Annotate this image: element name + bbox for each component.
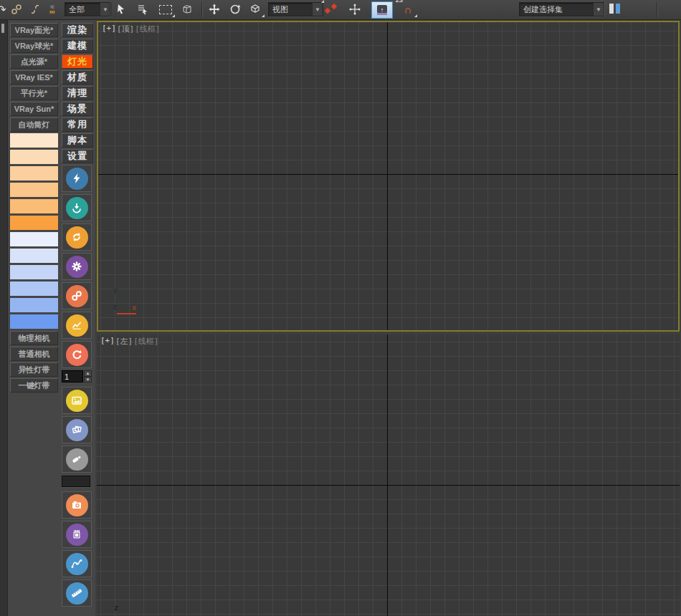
color-swatch-4[interactable]	[10, 199, 58, 213]
named-selection-set-dropdown[interactable]: 创建选择集 ▼	[519, 2, 604, 16]
notebook-button[interactable]	[62, 521, 92, 548]
viewport-view-button[interactable]: [顶]	[117, 24, 134, 34]
vray-area-light-button[interactable]: VRay面光*	[10, 23, 58, 37]
color-swatch-8[interactable]	[10, 265, 58, 279]
sync-button[interactable]	[62, 223, 92, 251]
usb-drive-icon	[66, 448, 88, 471]
color-swatch-2[interactable]	[10, 166, 58, 181]
window-crossing-icon[interactable]	[178, 1, 196, 17]
count-input[interactable]	[62, 370, 83, 382]
download-button[interactable]	[62, 194, 92, 221]
mirror-icon[interactable]	[609, 4, 620, 14]
selection-filter-value: 全部	[69, 4, 85, 15]
spline-button[interactable]	[62, 550, 92, 577]
color-swatch-7[interactable]	[10, 249, 58, 263]
select-object-icon[interactable]	[112, 1, 130, 17]
viewport-shading-button[interactable]: [线框]	[135, 24, 160, 34]
physical-camera-button[interactable]: 物理相机	[10, 331, 58, 345]
world-y-gridline	[387, 22, 388, 330]
viewport-left[interactable]: z [+] [左] [线框]	[97, 335, 680, 616]
color-swatches	[10, 133, 58, 329]
lightning-icon	[66, 168, 88, 190]
download-icon	[66, 197, 88, 219]
flower-icon	[66, 256, 88, 278]
standard-camera-button[interactable]: 普通相机	[10, 347, 58, 361]
ruler-icon	[66, 582, 88, 605]
tab-lighting[interactable]: 灯光	[62, 54, 93, 69]
tab-material[interactable]: 材质	[62, 70, 93, 85]
tab-settings[interactable]: 设置	[62, 149, 93, 163]
selection-filter-dropdown[interactable]: 全部 ▼	[65, 2, 111, 16]
select-and-scale-icon[interactable]	[246, 1, 265, 17]
select-and-move-icon[interactable]	[205, 1, 224, 17]
photos-button[interactable]	[62, 416, 92, 443]
lightning-button[interactable]	[62, 165, 92, 192]
viewport-shading-button[interactable]: [线框]	[133, 336, 158, 347]
spline-icon	[66, 553, 88, 575]
main-toolbar: ↷ ≈∞ 全部 ▼	[0, 0, 681, 20]
tab-modeling[interactable]: 建模	[62, 39, 93, 53]
chevron-down-icon: ▼	[312, 3, 323, 16]
viewport-view-button[interactable]: [左]	[115, 336, 133, 347]
direct-light-button[interactable]: 平行光*	[10, 86, 58, 100]
tab-render[interactable]: 渲染	[62, 23, 93, 37]
spinner-up-button[interactable]: ▲	[84, 370, 92, 377]
color-swatch-5[interactable]	[10, 216, 58, 230]
viewport-area: y z x [+] [顶] [线框] z [+] [左] [线框]	[95, 20, 681, 616]
keyboard-override-toggle[interactable]: ↑	[371, 1, 393, 19]
image-button[interactable]	[62, 387, 92, 414]
axis-z-label: z	[114, 604, 118, 612]
viewport-top[interactable]: y z x [+] [顶] [线框]	[97, 21, 680, 332]
refresh-icon	[66, 344, 88, 366]
bind-to-space-warp-icon[interactable]: ≈∞	[43, 1, 62, 17]
select-by-name-icon[interactable]	[133, 1, 152, 17]
tab-cleanup[interactable]: 清理	[62, 86, 93, 100]
empty-text-field[interactable]	[62, 476, 90, 487]
chart-button[interactable]	[62, 312, 92, 339]
shaped-light-strip-button[interactable]: 异性灯带	[10, 362, 58, 377]
icon-column: ▲▼	[62, 165, 93, 607]
color-swatch-10[interactable]	[10, 298, 58, 312]
toolbar-separator	[109, 1, 110, 17]
color-swatch-1[interactable]	[10, 150, 58, 164]
ruler-button[interactable]	[62, 579, 92, 607]
camera-button[interactable]	[62, 491, 92, 519]
spinner-down-button[interactable]: ▼	[84, 377, 92, 383]
vray-sun-button[interactable]: VRay Sun*	[10, 102, 58, 116]
tab-common[interactable]: 常用	[62, 117, 93, 132]
color-swatch-9[interactable]	[10, 281, 58, 296]
select-and-rotate-icon[interactable]	[226, 1, 244, 17]
color-swatch-11[interactable]	[10, 314, 58, 329]
tab-script[interactable]: 脚本	[62, 133, 93, 148]
color-swatch-3[interactable]	[10, 183, 58, 197]
light-buttons: VRay面光*VRay球光*点光源*VRay IES*平行光*VRay Sun*…	[10, 23, 58, 132]
point-light-button[interactable]: 点光源*	[10, 54, 58, 69]
selection-region-icon[interactable]	[156, 1, 175, 17]
flower-button[interactable]	[62, 253, 92, 280]
snaps-toggle-icon[interactable]: ∩2.5	[399, 1, 417, 17]
camera-buttons: 物理相机普通相机异性灯带一键灯带	[10, 331, 58, 393]
viewport-menu-button[interactable]: [+]	[102, 24, 116, 34]
color-swatch-0[interactable]	[10, 133, 58, 148]
coordinate-system-value: 视图	[272, 4, 288, 15]
chain-link-button[interactable]	[62, 282, 92, 309]
refresh-button[interactable]	[62, 341, 92, 368]
lighting-plugin-panel: VRay面光*VRay球光*点光源*VRay IES*平行光*VRay Sun*…	[8, 20, 95, 616]
vray-ies-button[interactable]: VRay IES*	[10, 70, 58, 85]
panel-drag-handle[interactable]	[1, 24, 4, 33]
count-spinner[interactable]: ▲▼	[62, 370, 92, 382]
viewport-grid	[97, 335, 680, 616]
coordinate-system-dropdown[interactable]: 视图 ▼	[268, 2, 323, 16]
usb-drive-button[interactable]	[62, 446, 92, 473]
world-x-gridline	[98, 174, 678, 175]
vray-sphere-light-button[interactable]: VRay球光*	[10, 39, 58, 53]
color-swatch-6[interactable]	[10, 232, 58, 246]
select-and-link-icon[interactable]	[7, 1, 26, 17]
auto-downlight-button[interactable]: 自动筒灯	[10, 117, 58, 132]
select-and-manipulate-icon[interactable]	[346, 1, 364, 17]
viewport-menu-button[interactable]: [+]	[100, 336, 115, 347]
viewport-grid	[98, 22, 678, 330]
unlink-selection-icon[interactable]	[26, 1, 44, 17]
onekey-light-strip-button[interactable]: 一键灯带	[10, 378, 58, 393]
tab-scene[interactable]: 场景	[62, 102, 93, 116]
